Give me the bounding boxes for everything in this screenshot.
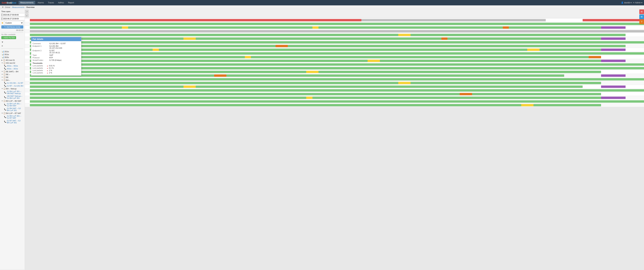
bar-segment bbox=[30, 93, 460, 95]
bar-segment bbox=[527, 49, 540, 51]
clear-icon-row[interactable]: ✕ bbox=[1, 44, 23, 48]
chart-row[interactable] bbox=[25, 48, 644, 52]
bar-segment bbox=[251, 56, 589, 58]
tree-item-201ts[interactable]: 📊 201ts bbox=[1, 50, 23, 53]
admin-menu[interactable]: ✏ Admin ▾ bbox=[633, 2, 642, 4]
timerange-select[interactable]: Custom Last hour Last 24h bbox=[4, 21, 23, 25]
start-datetime-input[interactable] bbox=[2, 13, 25, 17]
add-filter-btn[interactable]: + ADD FILTER bbox=[1, 36, 16, 39]
tree-item-bh[interactable]: ▼ 📋 BH – bbox=[1, 79, 23, 81]
nav-measurements[interactable]: Measurements bbox=[18, 1, 35, 5]
label-gjbt-gj201bh: GJ BT – GJ-201 BH bbox=[7, 85, 23, 87]
tree-child-gjbhlup-vminet[interactable]: 📞 GJ BH LuP 301 – VM INET Netcup bbox=[1, 90, 23, 95]
chart-row[interactable] bbox=[25, 92, 644, 96]
label-gj201bh-gjbt: GJ 201 BH – GJ BT bbox=[7, 82, 23, 84]
chart-row[interactable] bbox=[25, 52, 644, 55]
tree-item-302ts[interactable]: 📊 302ts bbox=[1, 56, 23, 59]
chart-row[interactable] bbox=[25, 29, 644, 33]
chart-row[interactable] bbox=[25, 33, 644, 37]
label-gjbhnat-gjbhlup: GJ BH NAT – GJ BH LuP 301 bbox=[7, 107, 23, 111]
thresh-arrow-1: ▲ bbox=[46, 65, 48, 67]
user-menu[interactable]: 👤 davidb ▾ bbox=[621, 2, 632, 4]
chart-row[interactable] bbox=[25, 74, 644, 77]
label-be: BE – bbox=[6, 73, 10, 75]
chart-row[interactable] bbox=[25, 85, 644, 89]
chart-row[interactable] bbox=[25, 37, 644, 41]
tree-item-bhlup-btnat[interactable]: ▼ 📋 BH LUP – BT NAT bbox=[1, 112, 23, 114]
chart-row[interactable] bbox=[25, 96, 644, 100]
tree-item-bh-netcup[interactable]: ▼ 📋 BH – Netcup bbox=[1, 87, 23, 90]
nav-traces[interactable]: Traces bbox=[46, 1, 56, 5]
refresh-label: REFRESH NOW bbox=[6, 26, 20, 28]
breadcrumb-measurements[interactable]: Measurements bbox=[12, 6, 24, 8]
chart-row[interactable] bbox=[25, 103, 644, 107]
icon-bh-netcup: 📋 bbox=[3, 87, 6, 90]
chart-row[interactable] bbox=[25, 44, 644, 48]
tree-child-gjbhlup-gjbtnat[interactable]: 📞 GJ BH LuP 301 – GJ BT NAT bbox=[1, 114, 23, 119]
tree-item-401t02[interactable]: ▼ 📋 401 test 02 bbox=[1, 62, 23, 64]
tree-child-301ts-401ts[interactable]: 📞 301ts – 401ts bbox=[1, 64, 23, 67]
bar-segment bbox=[30, 41, 644, 44]
tree-child-401ts-301ts[interactable]: 📞 401ts – 301ts bbox=[1, 67, 23, 70]
bar-segment bbox=[226, 74, 564, 77]
zoom-out-btn[interactable]: ↙ bbox=[25, 14, 28, 17]
chart-row[interactable] bbox=[25, 63, 644, 66]
start-prev-btn[interactable]: ‹ bbox=[1, 13, 2, 17]
chart-row[interactable] bbox=[25, 55, 644, 59]
chart-row[interactable] bbox=[25, 66, 644, 70]
zoom-in-btn[interactable]: ↗ bbox=[25, 10, 28, 13]
tree-item-301ts[interactable]: 📊 301ts bbox=[1, 53, 23, 56]
sidebar-icons: ▼ ✕ bbox=[1, 41, 23, 48]
content-area: ↗ ↙ 01:0002:0003:0004:0005:0006:0007:000… bbox=[25, 9, 644, 270]
tree-item-be-nat-bh[interactable]: ▼ 📋 BE (NAT) – BH bbox=[1, 70, 23, 73]
nav-report[interactable]: Report bbox=[66, 1, 76, 5]
end-prev-btn[interactable]: ‹ bbox=[1, 17, 2, 20]
favorite-btn[interactable]: ★ bbox=[1, 22, 4, 24]
no-filter-msg: No filter available bbox=[1, 33, 23, 36]
tree-child-gjbhlup-gjbhnat[interactable]: 📞 GJ BH LuP 301 – GJ BH NAT bbox=[1, 102, 23, 107]
tree-child-vminet-gjbhlup[interactable]: 📞 VM INET Netcup – GJ BH LuP 301 bbox=[1, 95, 23, 99]
chart-row[interactable] bbox=[25, 70, 644, 74]
bar-segment bbox=[601, 85, 626, 88]
filter-icon-row[interactable]: ▼ bbox=[1, 41, 23, 44]
chart-row[interactable] bbox=[25, 81, 644, 85]
ep1-val: GJ-201 BH 15.137.212.220 bbox=[49, 45, 62, 49]
tree-item-be2[interactable]: ▼ 📋 BE bbox=[1, 76, 23, 79]
nav-alarms[interactable]: Alarms bbox=[36, 1, 46, 5]
chart-row[interactable] bbox=[25, 100, 644, 103]
app-logo: GeNiEnd2End bbox=[2, 2, 16, 4]
nav-adhoc[interactable]: AdHoc bbox=[56, 1, 66, 5]
chart-row[interactable] bbox=[25, 26, 644, 29]
tree-item-401t01[interactable]: ▶ 📋 401 test 01 bbox=[1, 59, 23, 62]
bar-segment bbox=[30, 67, 644, 69]
timeline-header: ↗ ↙ 01:0002:0003:0004:0005:0006:0007:000… bbox=[25, 9, 644, 18]
label-401t01: 401 test 01 bbox=[6, 59, 15, 61]
bar-segment bbox=[30, 85, 184, 88]
bar-segment bbox=[318, 71, 601, 73]
bar-segment bbox=[306, 97, 312, 99]
chart-row[interactable] bbox=[25, 59, 644, 63]
refresh-btn[interactable]: ↻ REFRESH NOW bbox=[1, 25, 23, 29]
tree-child-gj201bh-gjbt[interactable]: 📞 GJ 201 BH – GJ BT bbox=[1, 81, 23, 84]
chart-row[interactable] bbox=[25, 22, 644, 26]
chart-row[interactable] bbox=[25, 41, 644, 44]
chart-row[interactable] bbox=[25, 18, 644, 22]
row-bars bbox=[30, 26, 644, 29]
right-btn-red[interactable]: ✉ bbox=[639, 10, 644, 14]
end-datetime-input[interactable] bbox=[2, 17, 25, 20]
codec-key: Script/Codec: bbox=[32, 59, 49, 61]
right-btn-blue[interactable]: ✉ bbox=[639, 15, 644, 19]
bar-segment bbox=[601, 97, 626, 99]
tree-child-gjbhnat-gjbhlup[interactable]: 📞 GJ BH NAT – GJ BH LuP 301 bbox=[1, 107, 23, 112]
chart-row[interactable] bbox=[25, 89, 644, 92]
row-bars bbox=[30, 66, 644, 70]
tree-item-be[interactable]: ▼ 📋 BE – bbox=[1, 73, 23, 76]
right-btn-orange[interactable]: ? bbox=[639, 20, 644, 24]
bar-segment bbox=[30, 34, 398, 36]
tree-child-gjbt-gj201bh[interactable]: 📞 GJ BT – GJ-201 BH bbox=[1, 84, 23, 87]
label-302ts: 302ts bbox=[4, 56, 9, 58]
tree-item-bhlup-bhnat[interactable]: ▼ 📋 BH LUP – BH NAT bbox=[1, 99, 23, 102]
chart-row[interactable] bbox=[25, 77, 644, 81]
tree-child-gjbtnat-gjbhlup[interactable]: 📞 GJ BT NAT – GJ BH LuP 301 bbox=[1, 119, 23, 124]
popup-comment-row: Comment: GJ-201 BH – GJ BT bbox=[32, 43, 80, 45]
